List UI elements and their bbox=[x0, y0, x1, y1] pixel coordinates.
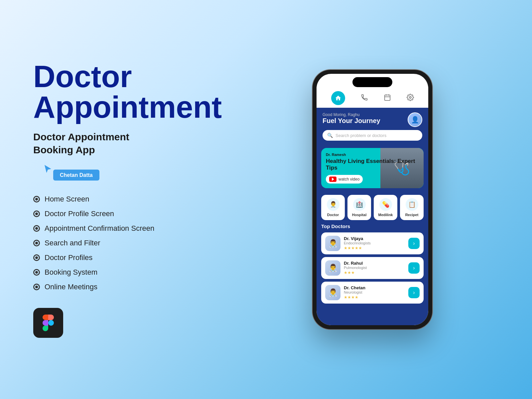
list-item: Doctor Profiles bbox=[33, 253, 206, 262]
radio-icon bbox=[33, 225, 40, 232]
arrow-button[interactable]: › bbox=[408, 262, 420, 274]
journey-title: Fuel Your Journey bbox=[323, 117, 380, 125]
cursor-icon bbox=[43, 164, 53, 175]
doctor-stars: ★★★★★ bbox=[344, 246, 405, 250]
phone-nav-button[interactable] bbox=[361, 94, 368, 103]
list-item: Online Meetings bbox=[33, 283, 206, 291]
banner-title: Healthy Living Essentials: Expert Tips bbox=[326, 158, 419, 172]
phone-nav bbox=[317, 87, 428, 108]
medilink-icon: 💊 bbox=[379, 198, 392, 211]
categories-section: 👨‍⚕️ Doctor 🏥 Hospital 💊 Medilink � bbox=[317, 192, 428, 223]
doctor-card-vijaya[interactable]: 👨‍⚕️ Dr. Vijaya Endocrinologists ★★★★★ › bbox=[321, 232, 424, 254]
doctor-icon: 👨‍⚕️ bbox=[327, 198, 339, 211]
banner-section: Dr. Ramesh Healthy Living Essentials: Ex… bbox=[321, 148, 424, 188]
category-medilink[interactable]: 💊 Medilink bbox=[374, 195, 397, 220]
doctor-card-chetan[interactable]: 👨‍⚕️ Dr. Chetan Neurologist ★★★★ › bbox=[321, 282, 424, 304]
list-item: Appointment Confirmation Screen bbox=[33, 224, 206, 233]
list-item: Search and Filter bbox=[33, 239, 206, 247]
doctor-specialty: Pulmonologist bbox=[344, 266, 405, 270]
avatar[interactable]: 👤 bbox=[408, 112, 422, 127]
list-item: Booking System bbox=[33, 268, 206, 277]
category-label: Recipet bbox=[405, 213, 419, 217]
top-doctors-section: Top Doctors 👨‍⚕️ Dr. Vijaya Endocrinolog… bbox=[317, 223, 428, 325]
radio-icon bbox=[33, 240, 40, 246]
radio-icon bbox=[33, 210, 40, 217]
home-nav-button[interactable] bbox=[331, 91, 345, 105]
phone-inner: Good Moring, Raghu Fuel Your Journey 👤 🔍… bbox=[317, 74, 428, 325]
radio-icon bbox=[33, 269, 40, 276]
doctor-name: Dr. Chetan bbox=[344, 285, 405, 290]
radio-icon bbox=[33, 284, 40, 290]
figma-badge bbox=[33, 308, 63, 338]
banner-content: Dr. Ramesh Healthy Living Essentials: Ex… bbox=[326, 153, 419, 184]
doctor-stars: ★★★★ bbox=[344, 295, 405, 300]
subtitle: Doctor AppointmentBooking App bbox=[33, 130, 206, 156]
category-doctor[interactable]: 👨‍⚕️ Doctor bbox=[321, 195, 345, 220]
right-panel: Good Moring, Raghu Fuel Your Journey 👤 🔍… bbox=[233, 70, 532, 329]
doctor-info: Dr. Rahul Pulmonologist ★★★ bbox=[344, 261, 405, 275]
doctor-avatar: 👨‍⚕️ bbox=[325, 285, 340, 300]
search-bar[interactable]: 🔍 Search problem or doctors bbox=[323, 130, 422, 141]
recipet-icon: 📋 bbox=[406, 198, 418, 211]
radio-icon bbox=[33, 196, 40, 202]
svg-point-4 bbox=[409, 96, 411, 98]
youtube-icon bbox=[329, 177, 336, 182]
phone-content: Good Moring, Raghu Fuel Your Journey 👤 🔍… bbox=[317, 108, 428, 325]
watch-video-button[interactable]: watch video bbox=[326, 175, 363, 184]
search-icon: 🔍 bbox=[327, 133, 333, 138]
watch-label: watch video bbox=[338, 177, 359, 182]
feature-list: Home Screen Doctor Profile Screen Appoin… bbox=[33, 195, 206, 291]
left-panel: DoctorAppointment Doctor AppointmentBook… bbox=[0, 35, 233, 364]
banner-doctor-name: Dr. Ramesh bbox=[326, 153, 419, 157]
author-badge: Chetan Datta bbox=[53, 170, 99, 181]
doctor-stars: ★★★ bbox=[344, 270, 405, 275]
doctor-info: Dr. Vijaya Endocrinologists ★★★★★ bbox=[344, 236, 405, 250]
radio-icon bbox=[33, 254, 40, 261]
category-label: Medilink bbox=[378, 213, 393, 217]
greeting-text: Good Moring, Raghu bbox=[323, 112, 380, 117]
calendar-nav-button[interactable] bbox=[384, 94, 391, 103]
categories-grid: 👨‍⚕️ Doctor 🏥 Hospital 💊 Medilink � bbox=[321, 195, 424, 220]
greeting-area: Good Moring, Raghu Fuel Your Journey bbox=[323, 112, 380, 129]
category-hospital[interactable]: 🏥 Hospital bbox=[347, 195, 371, 220]
list-item: Doctor Profile Screen bbox=[33, 209, 206, 218]
greeting-row: Good Moring, Raghu Fuel Your Journey 👤 bbox=[323, 112, 422, 129]
category-label: Doctor bbox=[327, 213, 339, 217]
doctor-info: Dr. Chetan Neurologist ★★★★ bbox=[344, 285, 405, 300]
hospital-icon: 🏥 bbox=[353, 198, 366, 211]
phone-mockup: Good Moring, Raghu Fuel Your Journey 👤 🔍… bbox=[313, 70, 432, 329]
doctor-specialty: Endocrinologists bbox=[344, 241, 405, 245]
arrow-button[interactable]: › bbox=[408, 238, 420, 249]
cursor-label-area: Chetan Datta bbox=[53, 172, 99, 178]
category-recipet[interactable]: 📋 Recipet bbox=[400, 195, 424, 220]
doctor-avatar: 👨‍⚕️ bbox=[325, 236, 340, 251]
doctor-name: Dr. Vijaya bbox=[344, 236, 405, 241]
list-item: Home Screen bbox=[33, 195, 206, 203]
search-placeholder: Search problem or doctors bbox=[335, 133, 386, 138]
doctor-card-rahul[interactable]: 👨‍⚕️ Dr. Rahul Pulmonologist ★★★ › bbox=[321, 257, 424, 279]
top-doctors-title: Top Doctors bbox=[321, 223, 424, 229]
doctor-specialty: Neurologist bbox=[344, 290, 405, 294]
category-label: Hospital bbox=[352, 213, 366, 217]
arrow-button[interactable]: › bbox=[408, 287, 420, 298]
header-section: Good Moring, Raghu Fuel Your Journey 👤 🔍… bbox=[317, 108, 428, 145]
svg-rect-0 bbox=[384, 95, 390, 100]
dynamic-island bbox=[352, 77, 392, 87]
main-title: DoctorAppointment bbox=[33, 61, 206, 122]
settings-nav-button[interactable] bbox=[407, 94, 414, 103]
doctor-avatar: 👨‍⚕️ bbox=[325, 260, 340, 276]
doctor-name: Dr. Rahul bbox=[344, 261, 405, 266]
